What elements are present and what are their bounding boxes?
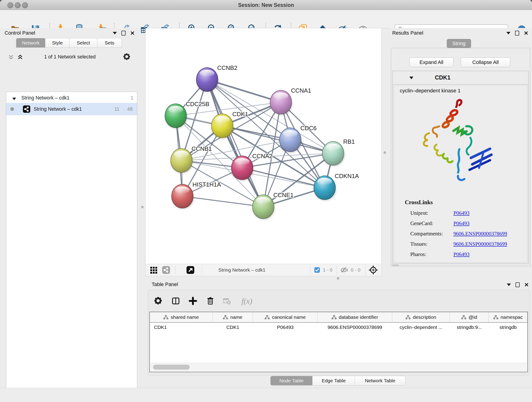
add-column-button[interactable]	[188, 296, 199, 306]
table-cell: P06493	[253, 323, 317, 333]
svg-text:f(x): f(x)	[241, 297, 252, 306]
crosslink-label: Tissues:	[410, 241, 453, 247]
collapse-all-button[interactable]: Collapse All	[461, 57, 510, 67]
network-collection-row[interactable]: String Network – cdk1 1	[6, 93, 137, 103]
network-edge-count: 48	[127, 106, 133, 112]
node-CDC6[interactable]	[279, 128, 302, 153]
collapse-all-networks-icon[interactable]	[8, 55, 14, 61]
tab-edge-table[interactable]: Edge Table	[312, 376, 355, 385]
gene-details: cyclin–dependent kinase 1 CrossLinks Uni…	[394, 85, 527, 263]
crosslink-value-link[interactable]: P06493	[453, 220, 469, 226]
tab-network-table[interactable]: Network Table	[355, 376, 405, 385]
crosslink-value-link[interactable]: P06493	[453, 251, 469, 257]
table-settings-gear-button[interactable]	[154, 296, 165, 306]
table-menu-icon[interactable]	[507, 283, 511, 286]
table-row[interactable]: CDK1CDK1P064939606.ENSP00000378699cyclin…	[150, 323, 527, 333]
column-header-shared-name[interactable]: shared name	[150, 312, 213, 322]
collection-collapse-icon[interactable]	[12, 96, 16, 102]
column-header-name[interactable]: name	[213, 312, 253, 322]
network-options-gear-icon[interactable]	[123, 53, 131, 61]
node-CCNA2[interactable]	[231, 156, 253, 180]
results-menu-icon[interactable]	[506, 32, 510, 34]
tab-style[interactable]: Style	[45, 38, 70, 48]
node-CDKN1A[interactable]	[314, 176, 336, 200]
node-CCNB2[interactable]	[196, 68, 218, 92]
results-hscroll-thumb[interactable]	[392, 264, 399, 266]
node-CCNE1[interactable]	[253, 195, 274, 219]
right-splitter-handle[interactable]	[384, 151, 386, 154]
table-cell: stringdb	[489, 323, 527, 333]
results-close-icon[interactable]: ✕	[524, 31, 528, 36]
delete-table-button[interactable]	[222, 296, 233, 306]
selected-checkbox-icon[interactable]	[314, 267, 320, 274]
network-view-toolbar: String Network – cdk1 1 - 0 0 - 0	[145, 264, 382, 276]
tab-string[interactable]: String	[447, 39, 471, 48]
edge-HIST1H1A-CCNE1[interactable]	[182, 196, 263, 207]
collection-count: 1	[131, 95, 133, 101]
network-type-icon	[23, 105, 31, 114]
current-network-name: String Network – cdk1	[218, 267, 265, 273]
gene-section-header[interactable]: CDK1	[393, 71, 528, 85]
table-close-icon[interactable]: ✕	[524, 283, 529, 287]
expand-all-networks-icon[interactable]	[17, 55, 23, 61]
gene-collapse-icon[interactable]	[409, 76, 413, 80]
split-columns-button[interactable]	[171, 296, 182, 306]
panel-close-icon[interactable]: ✕	[130, 31, 135, 36]
bottom-splitter-handle[interactable]	[337, 277, 339, 280]
node-label-CCNA2: CCNA2	[252, 153, 272, 160]
node-CDC25B[interactable]	[165, 104, 187, 128]
panel-float-icon[interactable]	[121, 31, 126, 36]
network-selection-status: 1 of 1 Network selected	[30, 54, 110, 60]
network-row-selected[interactable]: String Network – cdk1 11 48	[6, 103, 137, 115]
table-hscroll-thumb[interactable]	[153, 365, 190, 370]
node-RB1[interactable]	[322, 141, 344, 166]
table-cell: CDK1	[213, 323, 253, 333]
node-CDK1[interactable]	[211, 114, 234, 138]
node-HIST1H1A[interactable]	[172, 184, 194, 209]
node-CCNA1[interactable]	[270, 90, 292, 115]
column-header-namespac[interactable]: namespac	[489, 312, 527, 322]
left-splitter-handle[interactable]	[141, 206, 144, 208]
node-label-CDC6: CDC6	[300, 125, 317, 132]
crosslink-row: Compartments:9606.ENSP00000378699	[410, 229, 520, 239]
column-header-description[interactable]: description	[392, 312, 450, 322]
tab-sets[interactable]: Sets	[97, 38, 122, 48]
crosslink-label: Uniprot:	[410, 210, 453, 216]
crosslink-value-link[interactable]: 9606.ENSP00000378699	[453, 241, 507, 247]
birdseye-grid-icon[interactable]	[150, 266, 158, 275]
share-network-icon[interactable]	[162, 266, 170, 275]
network-canvas[interactable]: CCNB2CCNA1CDC25BCDK1CDC6RB1CCNB1CCNA2CDK…	[145, 28, 382, 264]
hidden-eye-icon[interactable]	[340, 267, 348, 274]
control-panel-title: Control Panel	[5, 30, 35, 36]
column-header-database-identifier[interactable]: database identifier	[317, 312, 392, 322]
tab-select[interactable]: Select	[69, 38, 98, 48]
selected-counts: 1 - 0	[323, 267, 332, 273]
results-float-icon[interactable]	[515, 31, 519, 36]
table-hscrollbar[interactable]	[150, 363, 527, 371]
column-header--id[interactable]: @id	[450, 312, 489, 322]
crosslink-value-link[interactable]: P06493	[453, 210, 469, 216]
results-panel-title: Results Panel	[392, 30, 423, 36]
crosslinks-title: CrossLinks	[405, 199, 433, 206]
node-label-HIST1H1A: HIST1H1A	[192, 181, 221, 188]
node-label-RB1: RB1	[343, 138, 355, 145]
node-table: shared namenamecanonical namedatabase id…	[149, 312, 528, 372]
crosslink-row: Uniprot:P06493	[410, 208, 520, 218]
tab-node-table[interactable]: Node Table	[270, 376, 313, 385]
table-cell: CDK1	[150, 323, 213, 333]
table-float-icon[interactable]	[515, 282, 520, 287]
protein-structure-image	[412, 99, 504, 196]
column-header-canonical-name[interactable]: canonical name	[253, 312, 317, 322]
tab-network[interactable]: Network	[16, 38, 46, 48]
detach-view-icon[interactable]	[186, 266, 195, 275]
gene-description: cyclin–dependent kinase 1	[400, 88, 461, 94]
node-label-CCNE1: CCNE1	[273, 191, 293, 198]
panel-menu-icon[interactable]	[113, 32, 117, 34]
birdseye-crosshair-icon[interactable]	[365, 265, 378, 276]
crosslink-value-link[interactable]: 9606.ENSP00000378699	[453, 231, 507, 237]
delete-column-button[interactable]	[206, 296, 217, 306]
node-label-CCNA1: CCNA1	[291, 87, 311, 94]
node-CCNB1[interactable]	[171, 148, 193, 173]
expand-all-button[interactable]: Expand All	[409, 57, 453, 67]
function-builder-button[interactable]: f(x)	[241, 296, 252, 306]
